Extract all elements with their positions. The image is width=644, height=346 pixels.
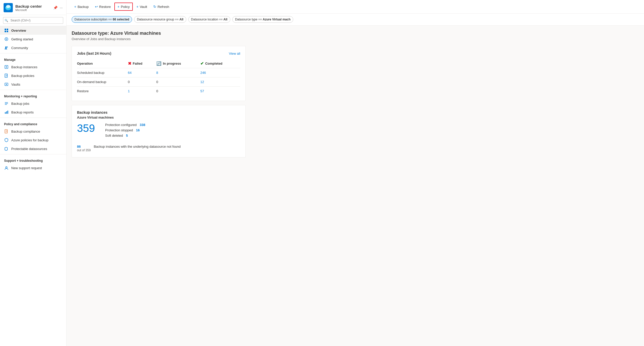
app-title: Backup center [15,4,42,8]
view-all-link[interactable]: View all [229,52,240,55]
policy-button-label: Policy [121,5,130,9]
vaults-icon [4,82,9,87]
backup-instances-card: Backup instances Azure Virtual machines … [72,105,246,157]
sidebar-item-azure-policies[interactable]: Azure policies for backup [0,136,66,144]
support-icon [4,166,9,170]
filter-subscription[interactable]: Datasource subscription == 66 selected [72,16,132,23]
svg-rect-7 [7,31,8,32]
content-area: Datasource type: Azure Virtual machines … [67,26,644,346]
app-title-group: Backup center Microsoft [15,4,42,11]
backup-compliance-icon [4,129,9,134]
policy-section-label: Policy and compliance [0,119,66,127]
backup-instances-content: 359 Protection configured 338 Protection… [77,123,240,137]
backup-instances-title: Backup instances [77,110,240,114]
row-completed: 57 [200,87,240,96]
backup-instances-footnote: 86 out of 359 Backup instances with the … [77,141,240,152]
row-operation: Restore [77,87,128,96]
stat-row-stopped: Protection stopped 16 [105,128,145,132]
col-operation: Operation [77,59,128,68]
sidebar-item-getting-started[interactable]: Getting started [0,35,66,43]
stat-value[interactable]: 16 [136,128,139,132]
completed-value[interactable]: 12 [200,80,204,84]
filter-subscription-label: Datasource subscription == 66 selected [74,18,129,21]
sidebar-item-protectable-datasources[interactable]: Protectable datasources [0,144,66,153]
sidebar-item-label: Protectable datasources [11,147,47,151]
filter-type-label: Datasource type == Azure Virtual mach [235,18,291,21]
row-failed: 64 [128,68,156,77]
more-icon[interactable]: ··· [60,6,63,10]
policy-button[interactable]: + Policy [114,3,133,11]
monitoring-section-label: Monitoring + reporting [0,91,66,99]
table-row: Restore 1 0 57 [77,87,240,96]
stat-value[interactable]: 338 [140,123,145,127]
filter-location-label: Datasource location == All [191,18,227,21]
divider-monitoring [0,90,66,90]
search-input[interactable] [3,17,63,24]
progress-value[interactable]: 8 [156,71,158,75]
failed-value[interactable]: 1 [128,89,130,93]
app-logo [4,3,13,12]
svg-point-22 [6,167,7,168]
backup-instances-subtitle: Azure Virtual machines [77,116,240,119]
pin-icon[interactable]: 📌 [53,6,58,10]
restore-button[interactable]: ↩ Restore [92,3,114,10]
svg-point-3 [6,5,10,8]
sidebar-item-label: Overview [11,29,26,32]
sidebar-item-backup-policies[interactable]: Backup policies [0,71,66,80]
sidebar-item-backup-jobs[interactable]: Backup jobs [0,99,66,108]
sidebar-header: Backup center Microsoft 📌 ··· [0,0,66,15]
completed-value[interactable]: 57 [200,89,204,93]
backup-instances-stats: Protection configured 338 Protection sto… [105,123,145,137]
completed-value[interactable]: 246 [200,71,206,75]
support-section-label: Support + troubleshooting [0,155,66,164]
col-in-progress: 🔄 In progress [156,59,200,68]
sidebar-item-vaults[interactable]: Vaults [0,80,66,89]
svg-rect-18 [5,112,6,114]
failed-value[interactable]: 64 [128,71,132,75]
protectable-datasources-icon [4,146,9,151]
divider-manage [0,53,66,53]
refresh-icon: ↻ [153,5,156,9]
sidebar-item-community[interactable]: Community [0,43,66,52]
toolbar: + Backup ↩ Restore + Policy + Vault ↻ Re… [67,0,644,14]
sidebar-item-label: Backup instances [11,65,37,69]
sidebar-item-label: Azure policies for backup [11,138,48,142]
sidebar-item-label: Backup jobs [11,102,29,106]
sidebar-item-label: New support request [11,166,42,170]
filter-type[interactable]: Datasource type == Azure Virtual mach [232,16,293,23]
col-completed: ✔ Completed [200,59,240,68]
vault-button[interactable]: + Vault [134,3,150,10]
row-completed: 246 [200,68,240,77]
backup-instances-count[interactable]: 359 [77,123,95,134]
refresh-button[interactable]: ↻ Refresh [151,3,172,10]
svg-rect-4 [5,29,6,30]
sidebar-item-label: Getting started [11,37,33,41]
filter-resource-group[interactable]: Datasource resource group == All [134,16,186,23]
sidebar-item-label: Community [11,46,28,50]
page-subtitle: Overview of Jobs and Backup instances [72,37,639,41]
footnote-count[interactable]: 86 [77,145,91,148]
backup-plus-icon: + [74,5,76,9]
manage-section-label: Manage [0,54,66,63]
sidebar-item-backup-instances[interactable]: Backup instances [0,63,66,71]
svg-rect-6 [5,31,6,32]
backup-policies-icon [4,73,9,78]
svg-rect-5 [7,29,8,30]
sidebar-item-backup-compliance[interactable]: Backup compliance [0,127,66,136]
sidebar-item-backup-reports[interactable]: Backup reports [0,108,66,117]
filter-location[interactable]: Datasource location == All [188,16,230,23]
community-icon [4,45,9,50]
row-failed: 1 [128,87,156,96]
sidebar-item-new-support[interactable]: New support request [0,164,66,172]
refresh-button-label: Refresh [158,5,169,9]
sidebar-item-overview[interactable]: Overview [0,26,66,35]
backup-button[interactable]: + Backup [72,3,91,10]
sidebar-header-actions[interactable]: 📌 ··· [53,6,63,10]
col-failed: ✖ Failed [128,59,156,68]
row-operation: On-demand backup [77,77,128,87]
getting-started-icon [4,37,9,41]
stat-value[interactable]: 5 [126,134,128,137]
row-failed: 0 [128,77,156,87]
app-subtitle: Microsoft [15,8,42,11]
backup-reports-icon [4,110,9,114]
